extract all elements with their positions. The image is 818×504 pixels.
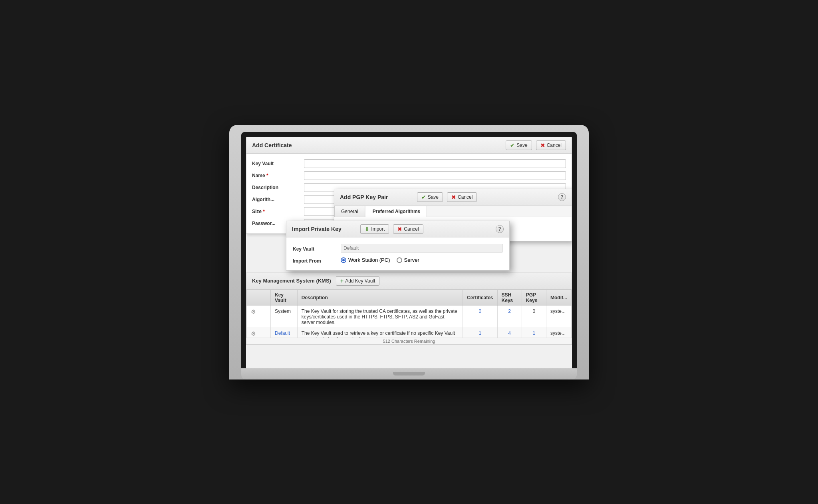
import-help-button[interactable]: ?: [496, 225, 504, 233]
algorithm-label: Algorith...: [252, 195, 300, 204]
import-key-vault-label: Key Vault: [293, 245, 337, 252]
tab-general[interactable]: General: [334, 206, 365, 217]
add-pgp-cancel-button[interactable]: ✖ Cancel: [447, 192, 477, 202]
row-pgp-system: 0: [522, 306, 546, 328]
add-key-vault-button[interactable]: + Add Key Vault: [336, 276, 379, 286]
col-header-pgp-keys: PGP Keys: [522, 289, 546, 306]
gear-icon[interactable]: ⚙: [251, 308, 256, 315]
pgp-tabs: General Preferred Algorithms: [334, 206, 572, 217]
laptop-notch: [393, 372, 425, 376]
import-key-vault-input[interactable]: [341, 244, 503, 253]
laptop-outer: Add Certificate ✔ Save ✖ Cancel Key Vaul…: [229, 125, 589, 379]
radio-workstation[interactable]: Work Station (PC): [341, 257, 390, 263]
kms-title: Key Management System (KMS): [252, 278, 331, 284]
radio-workstation-circle: [341, 257, 346, 263]
import-header: Import Private Key ⬇ Import ✖ Cancel ?: [286, 221, 509, 237]
name-input[interactable]: [304, 171, 566, 180]
col-header-modified: Modif...: [546, 289, 571, 306]
import-from-group: Work Station (PC) Server: [341, 257, 503, 263]
kms-table: Key Vault Description Certificates SSH K…: [246, 289, 572, 344]
import-icon: ⬇: [365, 226, 369, 232]
plus-icon: +: [340, 278, 343, 284]
import-cancel-button[interactable]: ✖ Cancel: [393, 224, 423, 234]
gear-icon[interactable]: ⚙: [251, 330, 256, 337]
row-gear-system: ⚙: [247, 306, 271, 328]
name-label: Name *: [252, 171, 300, 180]
kms-section: Key Management System (KMS) + Add Key Va…: [246, 273, 572, 345]
import-from-label: Import From: [293, 257, 337, 264]
cancel-icon: ✖: [451, 194, 456, 200]
radio-server-circle: [397, 257, 402, 263]
add-pgp-title: Add PGP Key Pair: [340, 194, 413, 200]
col-header-ssh-keys: SSH Keys: [497, 289, 522, 306]
col-header-keyvault-name: Key Vault: [271, 289, 298, 306]
col-header-description: Description: [297, 289, 463, 306]
col-header-keyvault: [247, 289, 271, 306]
kms-header: Key Management System (KMS) + Add Key Va…: [246, 273, 572, 289]
import-body: Key Vault Import From Work Station (PC): [286, 237, 509, 270]
row-keyvault-system: System: [271, 306, 298, 328]
screen-content: Add Certificate ✔ Save ✖ Cancel Key Vaul…: [246, 137, 572, 368]
key-vault-label: Key Vault: [252, 159, 300, 168]
row-certs-system[interactable]: 0: [463, 306, 497, 328]
import-private-key-dialog: Import Private Key ⬇ Import ✖ Cancel ?: [286, 221, 510, 271]
tab-preferred-algorithms[interactable]: Preferred Algorithms: [366, 206, 427, 217]
cancel-icon: ✖: [397, 226, 402, 232]
size-label: Size *: [252, 207, 300, 216]
key-vault-input[interactable]: [304, 159, 566, 168]
import-button[interactable]: ⬇ Import: [360, 224, 389, 234]
save-icon: ✔: [510, 142, 515, 148]
laptop-screen: Add Certificate ✔ Save ✖ Cancel Key Vaul…: [246, 137, 572, 368]
import-key-vault-input-wrap: [341, 244, 503, 253]
row-modified-system: syste...: [546, 306, 571, 328]
screen-bezel: Add Certificate ✔ Save ✖ Cancel Key Vaul…: [241, 132, 577, 368]
chars-remaining: 512 Characters Remaining: [246, 338, 572, 344]
import-title: Import Private Key: [292, 226, 356, 232]
cancel-icon: ✖: [540, 142, 545, 148]
add-certificate-cancel-button[interactable]: ✖ Cancel: [536, 140, 566, 150]
pgp-help-button[interactable]: ?: [558, 193, 566, 201]
laptop-base: [241, 368, 577, 379]
row-ssh-system[interactable]: 2: [497, 306, 522, 328]
add-pgp-save-button[interactable]: ✔ Save: [417, 192, 443, 202]
row-desc-system: The Key Vault for storing the trusted CA…: [297, 306, 463, 328]
add-pgp-header: Add PGP Key Pair ✔ Save ✖ Cancel ?: [334, 189, 572, 206]
add-certificate-header: Add Certificate ✔ Save ✖ Cancel: [246, 137, 572, 154]
add-certificate-save-button[interactable]: ✔ Save: [506, 140, 532, 150]
save-icon: ✔: [421, 194, 426, 200]
table-row: ⚙ System The Key Vault for storing the t…: [247, 306, 572, 328]
description-label: Description: [252, 183, 300, 192]
add-certificate-title: Add Certificate: [252, 142, 502, 148]
col-header-certificates: Certificates: [463, 289, 497, 306]
radio-server[interactable]: Server: [397, 257, 419, 263]
